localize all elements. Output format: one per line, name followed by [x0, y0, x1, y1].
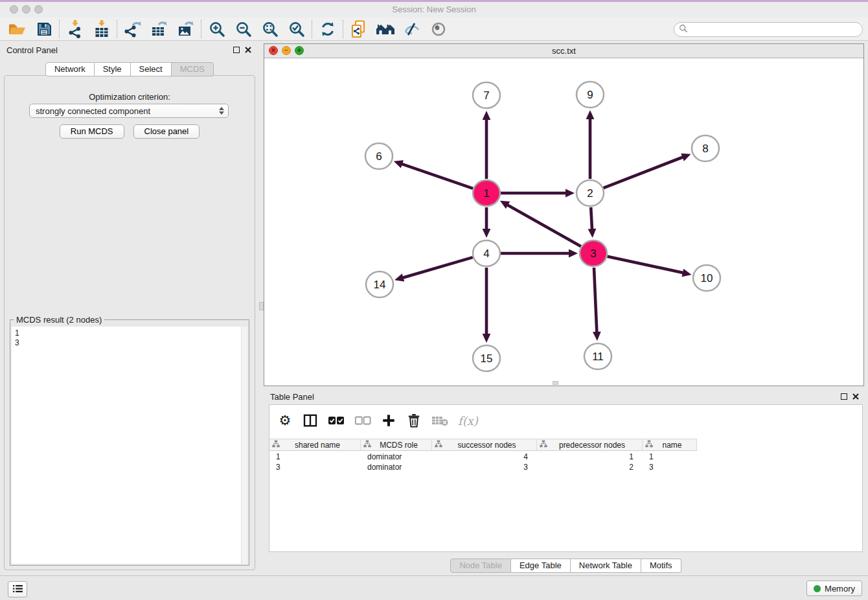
graph-edge-2-9[interactable] [586, 110, 595, 179]
graph-edge-2-3[interactable] [588, 207, 597, 238]
float-panel-icon[interactable] [233, 47, 240, 53]
network-splitter-grip[interactable] [553, 381, 558, 385]
column-header-shared-name[interactable]: shared name [269, 439, 361, 450]
graph-node-11[interactable]: 11 [584, 343, 611, 369]
table-header-row: shared nameMCDS rolesuccessor nodesprede… [269, 439, 697, 451]
graph-edge-1-2[interactable] [501, 189, 575, 198]
zoom-out-icon[interactable] [230, 19, 257, 39]
tab-select[interactable]: Select [131, 62, 172, 76]
select-all-icon[interactable] [328, 412, 345, 429]
memory-button[interactable]: Memory [806, 581, 862, 596]
graph-node-9[interactable]: 9 [577, 82, 604, 108]
divider-grip[interactable] [259, 302, 264, 310]
toolbar-separator [117, 20, 117, 38]
table-cell[interactable]: dominator [361, 452, 432, 462]
save-icon[interactable] [30, 19, 57, 39]
close-panel-icon[interactable] [245, 47, 251, 53]
graph-node-10[interactable]: 10 [693, 265, 720, 291]
export-network-icon[interactable] [119, 19, 146, 39]
result-line: 1 [12, 329, 247, 338]
graph-edge-1-6[interactable] [394, 160, 473, 189]
graph-node-8[interactable]: 8 [692, 135, 719, 161]
column-layout-icon[interactable] [303, 412, 318, 429]
tab-network[interactable]: Network [45, 62, 95, 76]
graph-edge-3-1[interactable] [500, 201, 581, 246]
close-panel-button[interactable]: Close panel [133, 124, 200, 139]
table-cell[interactable]: 4 [432, 452, 537, 462]
deselect-all-icon[interactable] [354, 412, 371, 429]
mcds-panel: Optimization criterion: strongly connect… [4, 75, 255, 570]
table-cell[interactable]: 3 [432, 462, 537, 472]
table-row[interactable]: 1dominator411 [269, 452, 697, 462]
graph-node-1[interactable]: 1 [473, 180, 500, 206]
table-row[interactable]: 3dominator323 [269, 462, 697, 472]
mcds-result-area[interactable]: 13 [12, 327, 247, 564]
graph-edge-3-11[interactable] [593, 268, 601, 341]
list-icon [12, 584, 23, 595]
column-header-predecessor-nodes[interactable]: predecessor nodes [537, 439, 643, 450]
search-input[interactable] [691, 23, 862, 36]
run-mcds-button[interactable]: Run MCDS [60, 124, 124, 139]
tab-mcds[interactable]: MCDS [172, 62, 214, 76]
column-label: successor nodes [442, 441, 536, 450]
import-network-icon[interactable] [62, 19, 88, 39]
table-cell[interactable]: 1 [269, 452, 361, 462]
column-header-name[interactable]: name [643, 439, 697, 450]
graph-node-14[interactable]: 14 [366, 271, 393, 297]
graph-edge-2-8[interactable] [604, 154, 691, 188]
table-cell[interactable]: 1 [537, 452, 643, 462]
graph-edge-4-3[interactable] [501, 249, 578, 258]
tab-motifs[interactable]: Motifs [641, 559, 681, 573]
column-header-mcds-role[interactable]: MCDS role [361, 439, 432, 450]
tab-edge-table[interactable]: Edge Table [511, 559, 571, 573]
float-table-panel-icon[interactable] [841, 393, 847, 400]
export-table-icon[interactable] [146, 19, 172, 39]
zoom-fit-icon[interactable] [257, 19, 283, 39]
table-cell[interactable]: 3 [269, 462, 361, 472]
clone-network-icon[interactable] [345, 19, 372, 39]
graph-edge-1-7[interactable] [483, 111, 491, 179]
graph-node-6[interactable]: 6 [365, 143, 393, 169]
network-window-titlebar[interactable]: × − + scc.txt [264, 44, 863, 58]
settings-gear-icon[interactable]: ⚙ [277, 412, 293, 429]
criterion-select[interactable]: strongly connected component [29, 104, 229, 118]
zoom-selected-icon[interactable] [283, 19, 310, 39]
zoom-in-icon[interactable] [203, 19, 230, 39]
open-icon[interactable] [4, 19, 30, 39]
network-home-icon[interactable] [372, 19, 398, 39]
graph-node-2[interactable]: 2 [577, 180, 604, 206]
header-tree-icon [540, 440, 547, 450]
graph-edge-3-10[interactable] [607, 257, 691, 277]
graph-node-7[interactable]: 7 [473, 82, 500, 108]
hide-details-icon[interactable] [398, 19, 425, 39]
close-table-panel-icon[interactable] [852, 393, 859, 400]
tab-node-table[interactable]: Node Table [450, 559, 511, 573]
table-cell[interactable]: dominator [361, 462, 432, 472]
tab-network-table[interactable]: Network Table [571, 559, 641, 573]
import-table-icon[interactable] [88, 19, 115, 39]
table-cell[interactable]: 1 [643, 452, 697, 462]
column-header-successor-nodes[interactable]: successor nodes [432, 439, 537, 450]
header-tree-icon [272, 440, 280, 450]
table-cell[interactable]: 2 [537, 462, 643, 472]
graph-edge-4-15[interactable] [483, 268, 491, 343]
show-panels-button[interactable] [8, 581, 27, 597]
graph-node-3[interactable]: 3 [580, 240, 607, 266]
network-canvas[interactable]: 1234678910111415 [264, 58, 863, 386]
network-window-title: scc.txt [264, 46, 863, 56]
graph-node-4[interactable]: 4 [473, 240, 500, 266]
export-image-icon[interactable] [172, 19, 199, 39]
layout-refresh-icon[interactable] [314, 19, 341, 39]
graph-node-15[interactable]: 15 [473, 345, 500, 371]
criterion-select-value: strongly connected component [36, 106, 150, 116]
search-box[interactable] [674, 22, 863, 37]
table-cell[interactable]: 3 [643, 462, 697, 472]
show-details-icon[interactable] [425, 19, 451, 39]
result-scrollbar[interactable] [241, 327, 247, 564]
add-row-icon[interactable] [381, 412, 396, 429]
delete-row-icon[interactable] [406, 412, 422, 429]
panel-divider[interactable] [259, 41, 264, 575]
graph-edge-1-4[interactable] [483, 207, 491, 238]
graph-edge-4-14[interactable] [394, 257, 473, 281]
tab-style[interactable]: Style [95, 62, 131, 76]
